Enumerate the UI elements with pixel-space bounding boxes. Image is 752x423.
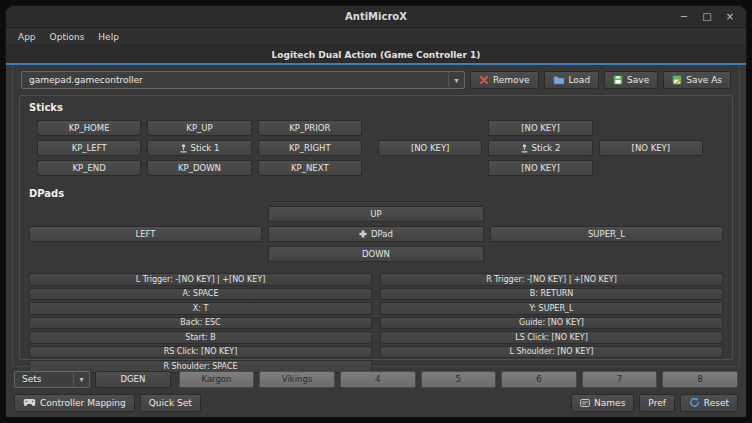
dpad-grid: UP LEFT DPad SUPER_L DOWN bbox=[29, 206, 723, 262]
button-guide[interactable]: Guide: [NO KEY] bbox=[380, 317, 723, 330]
sets-combobox[interactable]: Sets ▾ bbox=[14, 371, 90, 388]
button-a[interactable]: A: SPACE bbox=[29, 288, 372, 301]
right-stick-left-button[interactable]: [NO KEY] bbox=[378, 140, 482, 156]
r-trigger-button[interactable]: R Trigger: -[NO KEY] | +[NO KEY] bbox=[380, 273, 723, 286]
folder-open-icon bbox=[553, 75, 565, 85]
set-tab-7[interactable]: 7 bbox=[582, 371, 658, 388]
names-button[interactable]: Names bbox=[571, 394, 634, 412]
maximize-icon[interactable]: □ bbox=[701, 12, 713, 22]
l-shoulder-button[interactable]: L Shoulder: [NO KEY] bbox=[380, 346, 723, 359]
button-x[interactable]: X: T bbox=[29, 302, 372, 315]
left-stick-grid: KP_HOME KP_UP KP_PRIOR KP_LEFT Stick 1 K… bbox=[37, 120, 362, 176]
button-b[interactable]: B: RETURN bbox=[380, 288, 723, 301]
profile-combobox-arrow-zone: ▾ bbox=[448, 72, 464, 88]
button-column-right: R Trigger: -[NO KEY] | +[NO KEY] B: RETU… bbox=[380, 273, 723, 373]
reset-button[interactable]: Reset bbox=[680, 394, 738, 412]
sticks-row: KP_HOME KP_UP KP_PRIOR KP_LEFT Stick 1 K… bbox=[37, 120, 717, 176]
right-stick-right-button[interactable]: [NO KEY] bbox=[599, 140, 703, 156]
profile-combobox-value: gamepad.gamecontroller bbox=[29, 75, 143, 85]
text-lines-icon bbox=[580, 398, 590, 408]
gamepad-icon bbox=[23, 398, 36, 407]
left-stick-downright-button[interactable]: KP_NEXT bbox=[258, 160, 362, 176]
chevron-down-icon: ▾ bbox=[79, 375, 83, 384]
footer-bar: Controller Mapping Quick Set Names Pref … bbox=[6, 391, 746, 417]
antimicrox-window: AntiMicroX − □ × App Options Help Logite… bbox=[5, 5, 747, 418]
window-controls: − □ × bbox=[678, 6, 736, 27]
joystick-icon bbox=[180, 144, 187, 153]
right-stick-grid: [NO KEY] [NO KEY] Stick 2 [NO KEY] [NO K… bbox=[378, 120, 703, 176]
controller-mapping-button[interactable]: Controller Mapping bbox=[14, 394, 135, 412]
dpad-down-button[interactable]: DOWN bbox=[268, 246, 484, 262]
remove-button-label: Remove bbox=[493, 75, 530, 85]
left-stick-downleft-button[interactable]: KP_END bbox=[37, 160, 141, 176]
mapping-panel: Sticks KP_HOME KP_UP KP_PRIOR KP_LEFT St… bbox=[19, 95, 733, 360]
save-as-disk-icon bbox=[672, 75, 682, 85]
left-stick-upleft-button[interactable]: KP_HOME bbox=[37, 120, 141, 136]
pref-button-label: Pref bbox=[648, 398, 665, 408]
button-start[interactable]: Start: B bbox=[29, 331, 372, 344]
dpad-up-button[interactable]: UP bbox=[268, 206, 484, 222]
close-icon[interactable]: × bbox=[724, 12, 736, 22]
profile-row: gamepad.gamecontroller ▾ Remove Load bbox=[19, 70, 733, 95]
titlebar[interactable]: AntiMicroX − □ × bbox=[6, 6, 746, 28]
menu-help[interactable]: Help bbox=[91, 30, 126, 44]
controller-mapping-label: Controller Mapping bbox=[40, 398, 126, 408]
names-button-label: Names bbox=[594, 398, 625, 408]
dpad-left-button[interactable]: LEFT bbox=[29, 226, 262, 242]
menu-app[interactable]: App bbox=[11, 30, 43, 44]
set-tab-8[interactable]: 8 bbox=[662, 371, 738, 388]
sets-combobox-arrow-zone: ▾ bbox=[73, 372, 89, 387]
sets-combobox-value: Sets bbox=[22, 374, 41, 384]
ls-click-button[interactable]: LS Click: [NO KEY] bbox=[380, 331, 723, 344]
remove-button[interactable]: Remove bbox=[470, 71, 539, 89]
menubar: App Options Help bbox=[6, 28, 746, 46]
remove-icon bbox=[479, 75, 489, 85]
reset-button-label: Reset bbox=[704, 398, 729, 408]
sets-row: Sets ▾ DGEN Kargon Vikings 4 5 6 7 8 bbox=[6, 367, 746, 391]
window-title: AntiMicroX bbox=[345, 11, 407, 22]
dpad-name-button[interactable]: DPad bbox=[268, 226, 484, 242]
set-tab-4[interactable]: 4 bbox=[340, 371, 416, 388]
pref-button[interactable]: Pref bbox=[639, 394, 674, 412]
button-y[interactable]: Y: SUPER_L bbox=[380, 302, 723, 315]
stick2-name-button[interactable]: Stick 2 bbox=[488, 140, 592, 156]
right-stick-down-button[interactable]: [NO KEY] bbox=[488, 160, 592, 176]
rs-click-button[interactable]: RS Click: [NO KEY] bbox=[29, 346, 372, 359]
controller-tab[interactable]: Logitech Dual Action (Game Controller 1) bbox=[6, 46, 746, 63]
left-stick-down-button[interactable]: KP_DOWN bbox=[147, 160, 251, 176]
controller-tab-pane: gamepad.gamecontroller ▾ Remove Load bbox=[12, 65, 740, 367]
quick-set-button[interactable]: Quick Set bbox=[140, 394, 201, 412]
minimize-icon[interactable]: − bbox=[678, 12, 690, 22]
left-stick-left-button[interactable]: KP_LEFT bbox=[37, 140, 141, 156]
joystick-icon bbox=[521, 144, 528, 153]
profile-combobox[interactable]: gamepad.gamecontroller ▾ bbox=[21, 71, 465, 89]
left-stick-up-button[interactable]: KP_UP bbox=[147, 120, 251, 136]
save-as-button[interactable]: Save As bbox=[663, 71, 731, 89]
l-trigger-button[interactable]: L Trigger: -[NO KEY] | +[NO KEY] bbox=[29, 273, 372, 286]
button-column-left: L Trigger: -[NO KEY] | +[NO KEY] A: SPAC… bbox=[29, 273, 372, 373]
load-button-label: Load bbox=[569, 75, 591, 85]
save-button[interactable]: Save bbox=[604, 71, 658, 89]
dpads-heading: DPads bbox=[29, 188, 723, 199]
left-stick-right-button[interactable]: KP_RIGHT bbox=[258, 140, 362, 156]
set-tab-2[interactable]: Kargon bbox=[179, 371, 255, 388]
left-stick-upright-button[interactable]: KP_PRIOR bbox=[258, 120, 362, 136]
chevron-down-icon: ▾ bbox=[454, 76, 458, 85]
right-stick-up-button[interactable]: [NO KEY] bbox=[488, 120, 592, 136]
controller-tab-label: Logitech Dual Action (Game Controller 1) bbox=[272, 50, 481, 60]
stick1-name-button[interactable]: Stick 1 bbox=[147, 140, 251, 156]
menu-options[interactable]: Options bbox=[43, 30, 92, 44]
button-back[interactable]: Back: ESC bbox=[29, 317, 372, 330]
sticks-heading: Sticks bbox=[29, 102, 723, 113]
stick1-name-label: Stick 1 bbox=[191, 143, 220, 153]
set-tab-5[interactable]: 5 bbox=[421, 371, 497, 388]
set-tab-3[interactable]: Vikings bbox=[259, 371, 335, 388]
save-button-label: Save bbox=[627, 75, 649, 85]
reset-arrow-icon bbox=[689, 397, 700, 408]
set-tab-6[interactable]: 6 bbox=[501, 371, 577, 388]
load-button[interactable]: Load bbox=[544, 71, 600, 89]
quick-set-label: Quick Set bbox=[149, 398, 192, 408]
set-tab-1[interactable]: DGEN bbox=[95, 371, 171, 388]
dpad-right-button[interactable]: SUPER_L bbox=[490, 226, 723, 242]
button-mapping-columns: L Trigger: -[NO KEY] | +[NO KEY] A: SPAC… bbox=[29, 273, 723, 373]
